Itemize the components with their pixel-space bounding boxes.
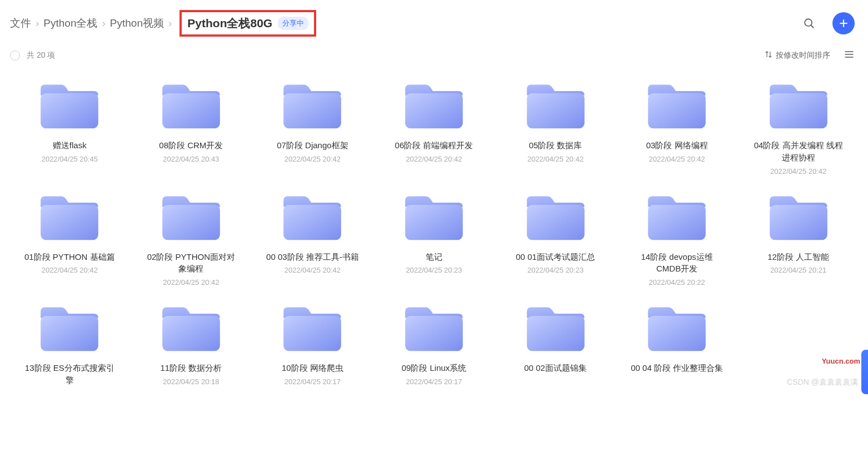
svg-rect-8 [162,93,220,128]
folder-item[interactable]: 11阶段 数据分析2022/04/25 20:18 [135,302,248,386]
svg-rect-13 [770,93,827,128]
folder-date: 2022/04/25 20:18 [163,378,219,386]
folder-item[interactable]: 14阶段 devops运维CMDB开发2022/04/25 20:22 [621,191,734,287]
folder-date: 2022/04/25 20:42 [527,155,583,163]
folder-date: 2022/04/25 20:42 [770,167,826,175]
svg-rect-21 [41,316,98,351]
folder-icon [523,79,588,133]
folder-name: 00 01面试考试题汇总 [516,251,595,263]
svg-rect-23 [284,316,342,351]
svg-rect-11 [527,93,585,128]
folder-name: 00 02面试题锦集 [524,362,587,374]
breadcrumb-parent1[interactable]: Python全栈 [43,16,97,31]
folder-item[interactable]: 03阶段 网络编程2022/04/25 20:42 [621,79,734,175]
breadcrumb-sep: › [102,17,105,29]
folder-name: 10阶段 网络爬虫 [282,362,343,374]
folder-date: 2022/04/25 20:21 [770,266,826,274]
folder-name: 08阶段 CRM开发 [159,139,223,152]
share-badge[interactable]: 分享中 [278,17,308,30]
folder-item[interactable]: 00 02面试题锦集 [499,302,612,386]
folder-item[interactable]: 12阶段 人工智能2022/04/25 20:21 [742,191,855,287]
folder-name: 02阶段 PYTHON面对对象编程 [144,251,238,275]
folder-name: 赠送flask [53,139,87,152]
svg-rect-22 [162,316,220,351]
folder-icon [523,191,588,244]
svg-rect-16 [284,204,342,239]
folder-date: 2022/04/25 20:42 [285,266,341,274]
view-toggle-icon[interactable] [844,49,855,62]
folder-name: 00 03阶段 推荐工具-书籍 [266,251,359,263]
folder-item[interactable]: 笔记2022/04/25 20:23 [378,191,491,287]
breadcrumb: 文件 › Python全栈 › Python视频 › Python全栈80G 分… [10,10,801,37]
folder-item[interactable]: 07阶段 Django框架2022/04/25 20:42 [256,79,369,175]
folder-name: 09阶段 Linux系统 [402,362,467,374]
corner-logo: Yuucn.com [822,357,860,365]
folder-item[interactable]: 10阶段 网络爬虫2022/04/25 20:17 [256,302,369,386]
breadcrumb-parent2[interactable]: Python视频 [110,16,164,31]
folder-icon [280,79,345,133]
breadcrumb-root[interactable]: 文件 [10,16,31,31]
folder-icon [37,302,102,355]
search-icon[interactable] [801,16,817,31]
svg-rect-15 [162,204,220,239]
svg-rect-17 [405,204,463,239]
folder-date: 2022/04/25 20:45 [42,155,98,163]
folder-date: 2022/04/25 20:22 [649,278,705,286]
breadcrumb-current-highlight: Python全栈80G 分享中 [179,10,316,37]
folder-icon [523,302,588,355]
folder-item[interactable]: 06阶段 前端编程开发2022/04/25 20:42 [378,79,491,175]
svg-rect-14 [41,204,98,239]
folder-item[interactable]: 13阶段 ES分布式搜索引擎 [13,302,126,386]
folder-icon [401,191,467,244]
svg-point-0 [805,19,812,26]
folder-item[interactable]: 04阶段 高并发编程 线程进程协程2022/04/25 20:42 [742,79,855,175]
svg-rect-18 [527,204,585,239]
sort-icon [765,51,772,60]
folder-date: 2022/04/25 20:17 [406,378,462,386]
svg-rect-9 [284,93,342,128]
svg-rect-20 [770,204,827,239]
folder-date: 2022/04/25 20:42 [406,155,462,163]
folder-date: 2022/04/25 20:42 [163,278,219,286]
svg-rect-10 [405,93,463,128]
select-all-checkbox[interactable] [10,51,20,61]
folder-name: 12阶段 人工智能 [767,251,829,263]
svg-rect-7 [41,93,98,128]
folder-item[interactable]: 00 01面试考试题汇总2022/04/25 20:23 [499,191,612,287]
item-count-label: 共 20 项 [27,51,765,61]
folder-date: 2022/04/25 20:42 [285,155,341,163]
svg-line-1 [811,25,814,28]
breadcrumb-sep: › [36,17,39,29]
folder-date: 2022/04/25 20:23 [406,266,462,274]
folder-name: 13阶段 ES分布式搜索引擎 [22,362,117,386]
svg-rect-26 [648,316,706,351]
folder-name: 14阶段 devops运维CMDB开发 [630,251,724,275]
folder-name: 笔记 [426,251,442,263]
folder-date: 2022/04/25 20:42 [42,266,98,274]
svg-rect-19 [648,204,706,239]
folder-icon [766,191,831,244]
folder-item[interactable]: 09阶段 Linux系统2022/04/25 20:17 [378,302,491,386]
side-panel-peek[interactable] [861,350,868,394]
folder-name: 05阶段 数据库 [529,139,582,152]
svg-rect-12 [648,93,706,128]
folder-icon [766,79,831,133]
add-button[interactable] [832,12,855,34]
sort-control[interactable]: 按修改时间排序 [765,51,830,61]
folder-icon [644,191,710,244]
folder-icon [280,302,345,355]
folder-icon [158,302,224,355]
folder-name: 07阶段 Django框架 [277,139,348,152]
folder-name: 03阶段 网络编程 [646,139,708,152]
folder-name: 01阶段 PYTHON 基础篇 [24,251,115,263]
svg-rect-24 [405,316,463,351]
folder-item[interactable]: 08阶段 CRM开发2022/04/25 20:43 [135,79,248,175]
folder-item[interactable]: 赠送flask2022/04/25 20:45 [13,79,126,175]
folder-item[interactable]: 01阶段 PYTHON 基础篇2022/04/25 20:42 [13,191,126,287]
sort-label: 按修改时间排序 [776,51,830,61]
folder-item[interactable]: 00 03阶段 推荐工具-书籍2022/04/25 20:42 [256,191,369,287]
folder-item[interactable]: 02阶段 PYTHON面对对象编程2022/04/25 20:42 [135,191,248,287]
folder-item[interactable]: 00 04 阶段 作业整理合集 [621,302,734,386]
folder-icon [37,191,102,244]
folder-item[interactable]: 05阶段 数据库2022/04/25 20:42 [499,79,612,175]
